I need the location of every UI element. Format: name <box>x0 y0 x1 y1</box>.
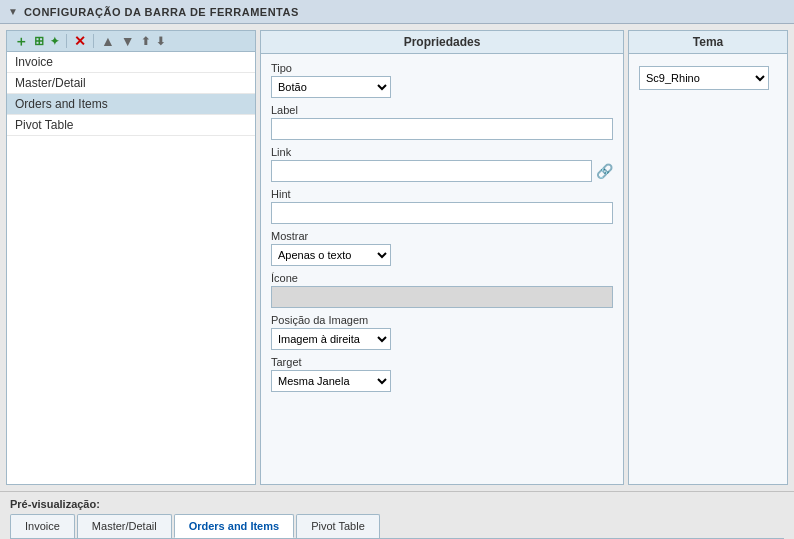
preview-tab[interactable]: Orders and Items <box>174 514 294 538</box>
list-item[interactable]: Pivot Table <box>7 115 255 136</box>
label-input[interactable] <box>271 118 613 140</box>
theme-content: Sc9_RhinoDefaultBlueGreen <box>629 54 787 98</box>
link-row: 🔗 <box>271 160 613 182</box>
bottom-section: Pré-visualização: InvoiceMaster/DetailOr… <box>0 491 794 539</box>
delete-icon[interactable]: ✕ <box>72 34 88 48</box>
arrow-up-icon[interactable]: ▲ <box>99 34 117 48</box>
preview-tab[interactable]: Invoice <box>10 514 75 538</box>
target-field: Target Mesma JanelaNova JanelaNova Aba <box>271 356 613 392</box>
collapse-icon[interactable]: ▼ <box>8 6 18 17</box>
hint-field: Hint <box>271 188 613 224</box>
tipo-label: Tipo <box>271 62 613 74</box>
posicao-field: Posição da Imagem Imagem à direitaImagem… <box>271 314 613 350</box>
hint-input[interactable] <box>271 202 613 224</box>
star-icon[interactable]: ✦ <box>48 36 61 47</box>
preview-label: Pré-visualização: <box>10 498 784 510</box>
icone-label: Ícone <box>271 272 613 284</box>
header-title: CONFIGURAÇÃO DA BARRA DE FERRAMENTAS <box>24 6 299 18</box>
mostrar-label: Mostrar <box>271 230 613 242</box>
grid-icon[interactable]: ⊞ <box>32 35 46 47</box>
theme-select[interactable]: Sc9_RhinoDefaultBlueGreen <box>639 66 769 90</box>
properties-header: Propriedades <box>261 31 623 54</box>
link-label: Link <box>271 146 613 158</box>
mostrar-field: Mostrar Apenas o textoÍcone e textoApena… <box>271 230 613 266</box>
link-input[interactable] <box>271 160 592 182</box>
list-item[interactable]: Orders and Items <box>7 94 255 115</box>
preview-tab[interactable]: Pivot Table <box>296 514 380 538</box>
target-select[interactable]: Mesma JanelaNova JanelaNova Aba <box>271 370 391 392</box>
items-list: InvoiceMaster/DetailOrders and ItemsPivo… <box>7 52 255 484</box>
mostrar-select[interactable]: Apenas o textoÍcone e textoApenas ícone <box>271 244 391 266</box>
arrow-top-icon[interactable]: ⬆ <box>139 36 152 47</box>
label-field: Label <box>271 104 613 140</box>
theme-header: Tema <box>629 31 787 54</box>
tipo-field: Tipo BotãoLinkSeparador <box>271 62 613 98</box>
arrow-bottom-icon[interactable]: ⬇ <box>154 36 167 47</box>
properties-content: Tipo BotãoLinkSeparador Label Link 🔗 Hin… <box>261 54 623 400</box>
header-bar: ▼ CONFIGURAÇÃO DA BARRA DE FERRAMENTAS <box>0 0 794 24</box>
arrow-down-icon[interactable]: ▼ <box>119 34 137 48</box>
hint-label: Hint <box>271 188 613 200</box>
tipo-select[interactable]: BotãoLinkSeparador <box>271 76 391 98</box>
preview-tab[interactable]: Master/Detail <box>77 514 172 538</box>
divider <box>66 34 67 48</box>
left-panel: ＋ ⊞ ✦ ✕ ▲ ▼ ⬆ ⬇ InvoiceMaster/DetailOrde… <box>6 30 256 485</box>
icone-field: Ícone <box>271 272 613 308</box>
preview-tabs: InvoiceMaster/DetailOrders and ItemsPivo… <box>10 514 784 539</box>
list-item[interactable]: Master/Detail <box>7 73 255 94</box>
content-area: ＋ ⊞ ✦ ✕ ▲ ▼ ⬆ ⬇ InvoiceMaster/DetailOrde… <box>0 24 794 491</box>
theme-panel: Tema Sc9_RhinoDefaultBlueGreen <box>628 30 788 485</box>
label-label: Label <box>271 104 613 116</box>
target-label: Target <box>271 356 613 368</box>
link-chain-icon[interactable]: 🔗 <box>596 163 613 179</box>
list-item[interactable]: Invoice <box>7 52 255 73</box>
main-container: ▼ CONFIGURAÇÃO DA BARRA DE FERRAMENTAS ＋… <box>0 0 794 539</box>
list-toolbar: ＋ ⊞ ✦ ✕ ▲ ▼ ⬆ ⬇ <box>7 31 255 52</box>
link-field: Link 🔗 <box>271 146 613 182</box>
posicao-label: Posição da Imagem <box>271 314 613 326</box>
posicao-select[interactable]: Imagem à direitaImagem à esquerdaAcimaAb… <box>271 328 391 350</box>
add-icon[interactable]: ＋ <box>12 34 30 48</box>
divider2 <box>93 34 94 48</box>
properties-panel: Propriedades Tipo BotãoLinkSeparador Lab… <box>260 30 624 485</box>
icone-input <box>271 286 613 308</box>
